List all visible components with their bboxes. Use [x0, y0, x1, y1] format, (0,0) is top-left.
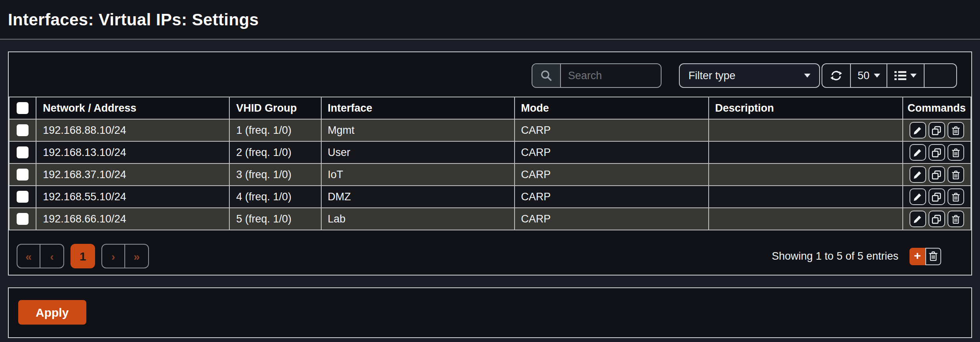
page-title: Interfaces: Virtual IPs: Settings	[8, 10, 259, 29]
table-header-row: Network / Address VHID Group Interface M…	[9, 97, 971, 119]
column-header-mode[interactable]: Mode	[514, 97, 708, 119]
trash-icon	[951, 192, 960, 201]
pencil-icon	[913, 214, 923, 224]
list-icon	[894, 70, 906, 82]
chevron-down-icon	[804, 74, 810, 78]
cell-description	[708, 208, 902, 230]
clone-icon	[932, 192, 942, 201]
delete-button[interactable]	[948, 144, 964, 161]
pencil-icon	[913, 148, 923, 157]
clone-button[interactable]	[929, 166, 945, 183]
delete-button[interactable]	[948, 122, 964, 139]
pencil-icon	[913, 125, 923, 135]
title-bar: Interfaces: Virtual IPs: Settings	[0, 0, 980, 40]
grid-footer: « ‹ 1 › » Showing 1 to 5 of 5 entries +	[9, 230, 971, 275]
cell-interface: DMZ	[321, 186, 514, 208]
trash-icon	[951, 125, 960, 135]
grid-toolbar: Filter type	[9, 52, 971, 97]
delete-button[interactable]	[948, 188, 964, 205]
table-row: 192.168.37.10/24 3 (freq. 1/0) IoT CARP	[9, 163, 971, 186]
pagination-forward-group: › »	[101, 244, 149, 268]
column-header-interface[interactable]: Interface	[321, 97, 514, 119]
cell-vhid-group: 5 (freq. 1/0)	[229, 208, 321, 230]
clone-icon	[932, 170, 942, 179]
clone-icon	[932, 125, 942, 135]
edit-button[interactable]	[909, 122, 926, 139]
current-page-button[interactable]: 1	[71, 244, 95, 268]
clone-icon	[932, 214, 942, 224]
add-button[interactable]: +	[909, 247, 925, 265]
add-delete-group: +	[909, 247, 941, 265]
delete-selected-button[interactable]	[925, 247, 941, 265]
cell-interface: Mgmt	[321, 119, 514, 141]
page-size-value: 50	[858, 70, 869, 82]
search-input[interactable]	[561, 64, 661, 87]
first-page-button[interactable]: «	[17, 245, 40, 268]
cell-mode: CARP	[514, 163, 708, 186]
clone-button[interactable]	[929, 188, 945, 205]
refresh-button[interactable]	[822, 64, 851, 87]
row-select-checkbox[interactable]	[17, 125, 29, 137]
empty-toolbar-segment	[925, 64, 956, 87]
cell-network: 192.168.13.10/24	[36, 141, 229, 163]
cell-mode: CARP	[514, 119, 708, 141]
cell-network: 192.168.66.10/24	[36, 208, 229, 230]
edit-button[interactable]	[909, 211, 926, 227]
plus-icon: +	[914, 249, 921, 262]
cell-interface: User	[321, 141, 514, 163]
pagination-back-group: « ‹	[17, 244, 64, 268]
cell-vhid-group: 3 (freq. 1/0)	[229, 163, 321, 186]
row-select-checkbox[interactable]	[17, 169, 29, 181]
cell-interface: IoT	[321, 163, 514, 186]
cell-vhid-group: 2 (freq. 1/0)	[229, 141, 321, 163]
cell-network: 192.168.37.10/24	[36, 163, 229, 186]
pencil-icon	[913, 192, 923, 201]
trash-icon	[951, 170, 960, 179]
apply-button[interactable]: Apply	[18, 300, 86, 325]
clone-button[interactable]	[929, 144, 945, 161]
cell-description	[708, 186, 902, 208]
cell-mode: CARP	[514, 141, 708, 163]
grid-actions-group: 50	[822, 63, 957, 88]
search-addon	[532, 64, 561, 87]
edit-button[interactable]	[909, 144, 926, 161]
edit-button[interactable]	[909, 188, 926, 205]
cell-mode: CARP	[514, 208, 708, 230]
last-page-button[interactable]: »	[125, 245, 148, 268]
cell-interface: Lab	[321, 208, 514, 230]
next-page-button[interactable]: ›	[102, 245, 125, 268]
column-header-network[interactable]: Network / Address	[36, 97, 229, 119]
apply-panel: Apply	[8, 287, 972, 338]
page-size-select[interactable]: 50	[851, 64, 887, 87]
clone-button[interactable]	[929, 211, 945, 227]
table-row: 192.168.55.10/24 4 (freq. 1/0) DMZ CARP	[9, 186, 971, 208]
chevron-down-icon	[910, 74, 917, 78]
search-icon	[540, 70, 552, 82]
entries-summary: Showing 1 to 5 of 5 entries	[772, 250, 898, 262]
row-select-checkbox[interactable]	[17, 191, 29, 203]
table-row: 192.168.66.10/24 5 (freq. 1/0) Lab CARP	[9, 208, 971, 230]
row-select-checkbox[interactable]	[17, 147, 29, 159]
prev-page-button[interactable]: ‹	[40, 245, 63, 268]
column-header-description[interactable]: Description	[708, 97, 902, 119]
row-select-checkbox[interactable]	[17, 213, 29, 225]
column-header-vhid-group[interactable]: VHID Group	[229, 97, 321, 119]
grid-panel: Filter type	[8, 51, 972, 276]
filter-type-label: Filter type	[688, 70, 736, 82]
cell-vhid-group: 4 (freq. 1/0)	[229, 186, 321, 208]
cell-description	[708, 163, 902, 186]
cell-network: 192.168.88.10/24	[36, 119, 229, 141]
refresh-icon	[830, 70, 842, 82]
delete-button[interactable]	[948, 211, 964, 227]
delete-button[interactable]	[948, 166, 964, 183]
column-selector-button[interactable]	[887, 64, 925, 87]
clone-icon	[932, 148, 942, 157]
filter-type-select[interactable]: Filter type	[679, 63, 820, 88]
footer-right: Showing 1 to 5 of 5 entries +	[772, 247, 941, 265]
edit-button[interactable]	[909, 166, 926, 183]
column-header-commands: Commands	[902, 97, 971, 119]
clone-button[interactable]	[929, 122, 945, 139]
chevron-down-icon	[873, 74, 880, 78]
virtual-ips-table: Network / Address VHID Group Interface M…	[9, 97, 971, 230]
select-all-checkbox[interactable]	[17, 103, 29, 114]
